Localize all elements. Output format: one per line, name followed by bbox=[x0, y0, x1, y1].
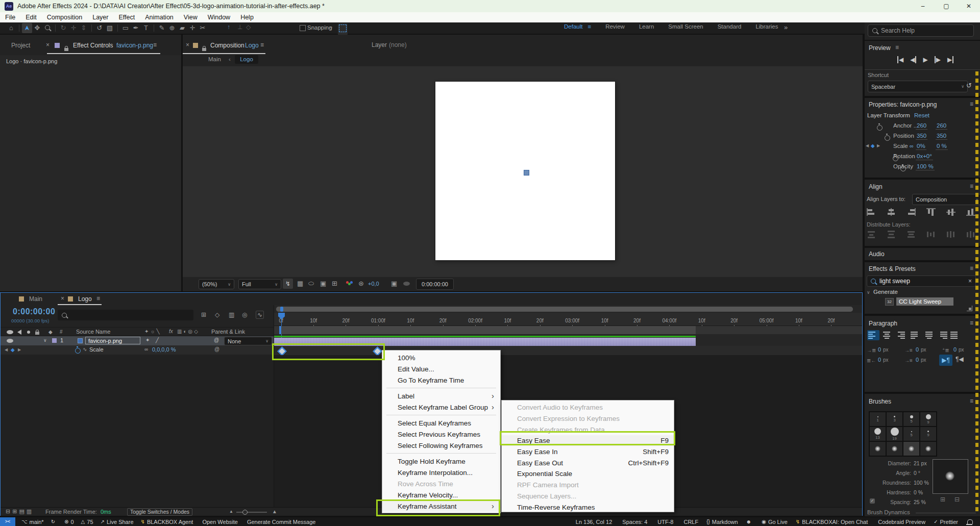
menu-item[interactable]: View bbox=[179, 14, 203, 21]
brush-prop-value[interactable]: 100 % bbox=[914, 480, 933, 486]
brush-preset[interactable]: 9 bbox=[920, 427, 937, 441]
effects-group-label[interactable]: Generate bbox=[873, 289, 898, 295]
breadcrumb-current[interactable]: Logo bbox=[235, 55, 258, 64]
tab-effect-controls[interactable]: Effect Controls bbox=[73, 42, 113, 49]
anchor-y-value[interactable]: 260 bbox=[936, 122, 947, 130]
menu-item[interactable]: Go To Keyframe Time bbox=[382, 374, 500, 386]
shortcut-dropdown[interactable]: Spacebar∨ bbox=[868, 81, 968, 92]
align-menu-icon[interactable]: ≡ bbox=[970, 183, 973, 190]
submenu-item[interactable]: RPF Camera Import bbox=[502, 480, 674, 491]
menu-item[interactable]: Layer bbox=[87, 14, 113, 21]
menu-item[interactable]: Composition bbox=[42, 14, 87, 21]
property-row-scale[interactable]: ◀ ◆ ▶ ∿ Scale ∞ 0,0,0,0 % @ bbox=[1, 345, 274, 355]
justify-last-left-button[interactable] bbox=[910, 330, 922, 340]
close-logo-tab-icon[interactable]: × bbox=[61, 295, 64, 302]
status-item[interactable]: ↻ bbox=[51, 519, 57, 524]
status-item[interactable]: ↯BLACKBOXAI: Open Chat bbox=[796, 519, 868, 525]
toggle-switches-modes-button[interactable]: Toggle Switches / Modes bbox=[127, 508, 192, 516]
brush-preset[interactable]: 5 bbox=[903, 427, 920, 441]
indent-right-value[interactable]: 0 bbox=[878, 357, 881, 363]
minimize-button[interactable]: – bbox=[912, 0, 934, 12]
snapping-checkbox[interactable] bbox=[300, 25, 306, 31]
status-item[interactable]: ☻ bbox=[746, 519, 754, 524]
workspace-tab[interactable]: Learn bbox=[639, 23, 654, 30]
show-snapshot-icon[interactable] bbox=[403, 282, 410, 286]
new-brush-icon[interactable]: ⊞ bbox=[940, 496, 945, 503]
brush-preset[interactable]: 13 bbox=[869, 427, 886, 441]
align-text-left-button[interactable] bbox=[867, 330, 879, 340]
roto-brush-tool-icon[interactable]: ✂ bbox=[198, 23, 208, 33]
layer-anchor-handle[interactable] bbox=[524, 170, 529, 176]
region-of-interest-icon[interactable]: ▣ bbox=[320, 280, 326, 287]
menu-item[interactable]: Toggle Hold Keyframe bbox=[382, 456, 500, 467]
time-navigator[interactable] bbox=[276, 307, 853, 312]
status-item[interactable]: Open Website bbox=[200, 519, 238, 525]
tab-project[interactable]: Project bbox=[11, 42, 30, 49]
maximize-button[interactable]: ▢ bbox=[935, 0, 958, 12]
delete-brush-icon[interactable]: ⊟ bbox=[954, 496, 960, 503]
link-dimensions-icon[interactable]: ∞ bbox=[910, 143, 914, 149]
menu-item[interactable]: Effect bbox=[113, 14, 140, 21]
status-item[interactable]: ◉Go Live bbox=[762, 519, 788, 525]
status-item[interactable]: {}Markdown bbox=[706, 519, 738, 525]
workspace-tab[interactable]: Default bbox=[564, 23, 591, 30]
snapshot-camera-icon[interactable]: ▣ bbox=[391, 280, 397, 287]
workspace-tab[interactable]: Libraries bbox=[755, 23, 778, 30]
home-icon[interactable]: ⌂ bbox=[6, 23, 16, 33]
align-text-center-button[interactable] bbox=[880, 330, 893, 340]
menu-item[interactable]: Edit Value... bbox=[382, 363, 500, 374]
hand-tool-icon[interactable]: ✥ bbox=[32, 23, 42, 33]
timeline-tab-logo[interactable]: Logo bbox=[78, 295, 92, 303]
work-area-bar[interactable] bbox=[274, 326, 862, 334]
snapping-options-icon[interactable]: ⌁ bbox=[329, 24, 333, 31]
submenu-item[interactable]: Time-Reverse Keyframes bbox=[502, 502, 674, 513]
zoom-in-mountain-icon[interactable]: ▲ bbox=[272, 509, 277, 514]
grid-guides-icon[interactable]: ⊞ bbox=[332, 280, 337, 287]
pan-camera-tool-icon[interactable]: ✛ bbox=[68, 23, 79, 33]
scale-y-value[interactable]: 0 % bbox=[936, 143, 948, 150]
breadcrumb-main[interactable]: Main bbox=[208, 56, 221, 62]
align-left-icon[interactable] bbox=[867, 208, 876, 216]
source-name-column-label[interactable]: Source Name bbox=[76, 329, 110, 335]
next-keyframe-icon[interactable]: ▶ bbox=[877, 143, 880, 148]
viewer-timecode[interactable]: 0:00:00:00 bbox=[416, 279, 454, 290]
effects-menu-icon[interactable]: ≡ bbox=[970, 265, 973, 272]
panel-menu-icon[interactable]: ≡ bbox=[153, 41, 157, 48]
spacing-checkbox[interactable]: ✓ bbox=[870, 498, 875, 504]
brush-preset[interactable]: 19 bbox=[886, 427, 903, 441]
workspace-tab[interactable]: Review bbox=[605, 23, 625, 30]
composition-viewer[interactable] bbox=[183, 66, 863, 277]
previous-keyframe-icon[interactable]: ◀ bbox=[866, 143, 869, 148]
brush-prop-value[interactable]: 21 px bbox=[914, 460, 933, 466]
menu-item[interactable]: Animation bbox=[140, 14, 179, 21]
composition-mini-flowchart-icon[interactable]: ⊞ bbox=[201, 311, 206, 318]
menu-item[interactable]: Select Previous Keyframes bbox=[382, 429, 500, 440]
text-direction-rtl-button[interactable]: ¶◀ bbox=[955, 356, 964, 363]
submenu-item[interactable]: Easy Ease Out Ctrl+Shift+F9 bbox=[502, 457, 674, 468]
justify-last-center-button[interactable] bbox=[923, 330, 935, 340]
transparency-grid-icon[interactable]: ▦ bbox=[297, 280, 303, 287]
lock-icon[interactable] bbox=[202, 48, 206, 51]
distribute-left-icon[interactable] bbox=[926, 231, 936, 238]
position-y-value[interactable]: 350 bbox=[936, 133, 947, 140]
brush-preset[interactable]: 3 bbox=[886, 412, 903, 427]
close-composition-tab-icon[interactable]: × bbox=[186, 41, 189, 48]
resolution-dropdown[interactable]: Full∨ bbox=[238, 279, 281, 289]
menu-item[interactable]: Rove Across Time bbox=[382, 478, 500, 489]
distribute-bottom-icon[interactable] bbox=[906, 231, 916, 238]
draft-3d-icon[interactable]: ◇ bbox=[215, 311, 219, 318]
first-frame-icon[interactable]: ◀ bbox=[897, 56, 903, 63]
menu-item[interactable]: Help bbox=[235, 14, 259, 21]
scale-stopwatch-icon[interactable] bbox=[75, 348, 81, 354]
graph-editor-icon[interactable]: ∿ bbox=[256, 311, 264, 319]
menu-item[interactable]: Label bbox=[382, 390, 500, 402]
brush-prop-value[interactable]: 25 % bbox=[914, 499, 933, 505]
brush-prop-value[interactable]: 0 ° bbox=[914, 470, 933, 476]
layer-name[interactable]: favicon-p.png bbox=[85, 337, 140, 344]
brush-preset[interactable]: 5 bbox=[903, 412, 920, 427]
gizmo-position-icon[interactable]: ⊥ bbox=[237, 23, 242, 31]
status-item[interactable]: Codebraid Preview bbox=[876, 519, 925, 525]
first-line-indent-value[interactable]: 0 bbox=[953, 346, 957, 353]
opacity-value[interactable]: 100 % bbox=[916, 163, 935, 170]
brush-preset[interactable] bbox=[920, 441, 937, 456]
